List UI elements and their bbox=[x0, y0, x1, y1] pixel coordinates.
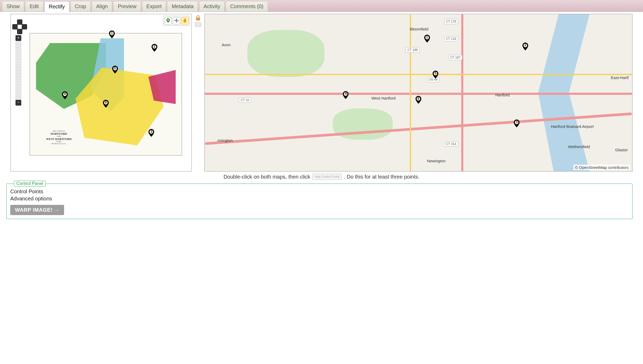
control-panel-legend: Control Panel bbox=[14, 181, 46, 186]
tab-show[interactable]: Show bbox=[2, 1, 24, 12]
tab-strip: Show Edit Rectify Crop Align Preview Exp… bbox=[0, 0, 643, 12]
historical-map-image: HOLC MAP OF HARTFORD AND WEST HARTFORD C… bbox=[30, 33, 182, 155]
hand-icon bbox=[183, 18, 187, 24]
place-label: East-Hartf bbox=[611, 75, 629, 80]
route-shield: CT 218 bbox=[444, 36, 458, 41]
pan-west-button[interactable] bbox=[12, 24, 18, 29]
place-label: Hartford Brainard Airport bbox=[551, 124, 594, 129]
tab-preview[interactable]: Preview bbox=[113, 1, 141, 12]
place-label: rmington bbox=[217, 138, 233, 143]
tab-comments[interactable]: Comments (0) bbox=[226, 1, 268, 12]
link-column bbox=[195, 14, 201, 171]
control-point-marker[interactable]: 5 bbox=[433, 71, 438, 79]
add-control-point-button[interactable]: Add Control Point bbox=[312, 174, 342, 180]
place-label: Avon bbox=[222, 43, 231, 47]
control-panel: Control Panel Control Points Advanced op… bbox=[6, 184, 632, 219]
route-shield: CT 189 bbox=[406, 47, 419, 53]
tab-crop[interactable]: Crop bbox=[70, 1, 91, 12]
advanced-options-link[interactable]: Advanced options bbox=[10, 196, 629, 202]
route-shield: CT 178 bbox=[444, 19, 458, 24]
route-shield: CT 10 bbox=[239, 97, 251, 103]
move-icon bbox=[174, 18, 179, 24]
control-point-marker[interactable]: 2 bbox=[522, 43, 528, 50]
reference-map-pane[interactable]: + − BloomfieldAvonWest HartfordHartfordE… bbox=[204, 14, 632, 171]
pan-south-button[interactable] bbox=[17, 29, 22, 34]
lock-maps-toggle[interactable] bbox=[195, 15, 201, 21]
place-label: West Hartford bbox=[371, 96, 396, 100]
pan-north-button[interactable] bbox=[17, 19, 22, 25]
osm-basemap: BloomfieldAvonWest HartfordHartfordEast-… bbox=[205, 14, 632, 171]
zoom-control: + − bbox=[15, 35, 21, 106]
control-point-marker[interactable]: 1 bbox=[109, 30, 115, 38]
map-title-card: HOLC MAP OF HARTFORD AND WEST HARTFORD C… bbox=[40, 130, 77, 145]
keyboard-shortcuts-button[interactable] bbox=[195, 22, 201, 27]
warp-image-button[interactable]: WARP IMAGE! → bbox=[10, 205, 64, 215]
route-shield: CT 187 bbox=[448, 55, 462, 60]
pan-control bbox=[12, 19, 27, 34]
instruction-text: Double-click on both maps, then click Ad… bbox=[0, 171, 643, 182]
route-shield: CT 314 bbox=[444, 141, 458, 147]
source-map-pane[interactable]: + − HOLC MAP OF HARTFORD AND WEST HARTFO… bbox=[11, 14, 192, 171]
place-label: Glastor bbox=[615, 148, 628, 152]
control-point-marker[interactable]: 4 bbox=[62, 91, 68, 99]
control-point-marker[interactable]: 2 bbox=[152, 44, 157, 52]
place-label: Bloomfield bbox=[410, 27, 428, 31]
pan-tool[interactable] bbox=[181, 17, 189, 24]
source-map-toolbar bbox=[163, 16, 190, 26]
tab-activity[interactable]: Activity bbox=[199, 1, 225, 12]
control-point-marker[interactable]: 4 bbox=[343, 91, 349, 99]
control-point-marker[interactable]: 6 bbox=[416, 96, 421, 104]
control-point-marker[interactable]: 3 bbox=[514, 119, 520, 127]
move-pin-tool[interactable] bbox=[173, 17, 180, 24]
zoom-out-button[interactable]: − bbox=[15, 100, 21, 106]
pan-east-button[interactable] bbox=[22, 24, 27, 29]
tab-metadata[interactable]: Metadata bbox=[167, 1, 198, 12]
zoom-in-button[interactable]: + bbox=[15, 35, 21, 41]
place-pin-tool[interactable] bbox=[164, 17, 172, 24]
control-point-marker[interactable]: 1 bbox=[424, 35, 430, 43]
place-label: Wethersfield bbox=[568, 144, 590, 149]
control-points-link[interactable]: Control Points bbox=[10, 189, 629, 195]
control-point-marker[interactable]: 6 bbox=[103, 100, 109, 108]
tab-export[interactable]: Export bbox=[142, 1, 166, 12]
place-label: Hartford bbox=[495, 93, 510, 97]
control-point-marker[interactable]: 5 bbox=[112, 66, 118, 74]
control-point-marker[interactable]: 3 bbox=[148, 129, 154, 137]
tab-edit[interactable]: Edit bbox=[25, 1, 43, 12]
tab-align[interactable]: Align bbox=[92, 1, 112, 12]
tab-rectify[interactable]: Rectify bbox=[44, 1, 69, 12]
place-label: Newington bbox=[427, 159, 446, 163]
pin-icon bbox=[166, 18, 170, 24]
map-attribution: © OpenStreetMap contributors bbox=[573, 165, 630, 170]
zoom-slider[interactable] bbox=[15, 41, 21, 99]
